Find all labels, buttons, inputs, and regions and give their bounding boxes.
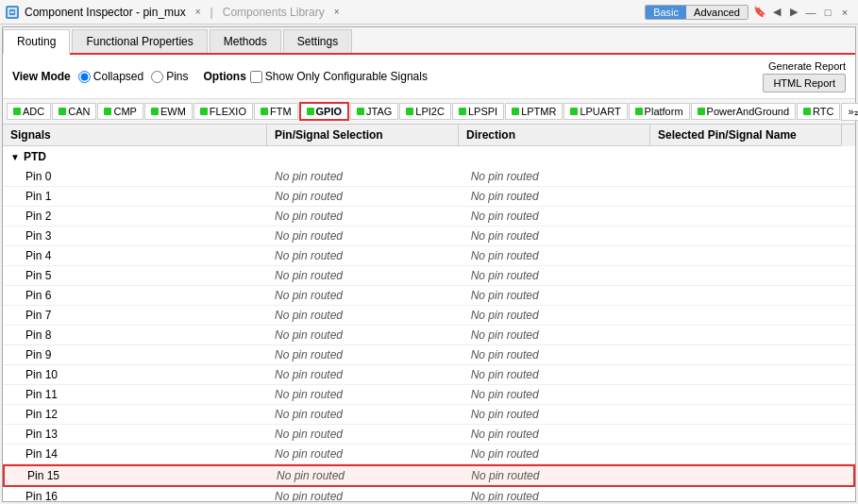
pin-direction-cell: No pin routed (463, 286, 660, 305)
tab-functional-properties[interactable]: Functional Properties (72, 29, 207, 53)
header-scrollbar-spacer (842, 125, 855, 146)
table-row[interactable]: Pin 13 No pin routed No pin routed (3, 425, 855, 445)
show-configurable-option[interactable]: Show Only Configurable Signals (250, 70, 428, 83)
table-row[interactable]: Pin 16 No pin routed No pin routed (3, 487, 855, 501)
gpio-dot (307, 108, 314, 115)
table-row[interactable]: Pin 0 No pin routed No pin routed (3, 167, 855, 187)
table-row[interactable]: Pin 12 No pin routed No pin routed (3, 405, 855, 425)
table-row[interactable]: Pin 4 No pin routed No pin routed (3, 246, 855, 266)
back-icon[interactable]: ◀ (769, 5, 784, 20)
signal-tab-rtc[interactable]: RTC (797, 103, 840, 120)
toolbar: View Mode Collapsed Pins Options Sho (3, 55, 855, 99)
forward-icon[interactable]: ▶ (786, 5, 801, 20)
pin-signal-cell: No pin routed (267, 365, 463, 384)
radio-collapsed-input[interactable] (78, 71, 91, 83)
pin-direction-cell: No pin routed (463, 345, 660, 364)
pag-dot (698, 108, 705, 115)
component-inspector-icon (6, 6, 19, 19)
table-row[interactable]: Pin 2 No pin routed No pin routed (3, 207, 855, 227)
table-row[interactable]: Pin 8 No pin routed No pin routed (3, 326, 855, 345)
pin-direction-cell: No pin routed (463, 266, 660, 285)
lptmr-dot (512, 108, 519, 115)
html-report-button[interactable]: HTML Report (763, 74, 846, 92)
tab-methods[interactable]: Methods (210, 29, 281, 53)
table-row[interactable]: Pin 1 No pin routed No pin routed (3, 187, 855, 207)
pin-name-cell: Pin 7 (3, 306, 267, 325)
table-row[interactable]: Pin 6 No pin routed No pin routed (3, 286, 855, 306)
signal-tab-lptmr-label: LPTMR (521, 106, 556, 117)
table-scroll[interactable]: ▼ PTD Pin 0 No pin routed No pin routed … (3, 146, 855, 501)
signal-tab-lpuart[interactable]: LPUART (564, 103, 627, 120)
table-row[interactable]: Pin 10 No pin routed No pin routed (3, 365, 855, 385)
signal-tab-lpi2c-label: LPI2C (415, 106, 445, 117)
radio-pins[interactable]: Pins (151, 70, 188, 83)
pin-selected-cell (659, 306, 855, 325)
table-row[interactable]: Pin 7 No pin routed No pin routed (3, 306, 855, 326)
signal-tab-jtag[interactable]: JTAG (350, 103, 398, 120)
signal-tab-more[interactable]: »₂ (841, 103, 858, 121)
maximize-icon[interactable]: □ (820, 5, 835, 20)
radio-pins-input[interactable] (151, 71, 163, 83)
pin-direction-cell: No pin routed (463, 246, 660, 265)
signal-tabs: ADC CAN CMP EWM FLEXIO FTM GPIO JTAG (3, 99, 855, 125)
pin-direction-cell: No pin routed (463, 187, 660, 206)
pin-direction-cell: No pin routed (463, 306, 660, 325)
pin-name-cell: Pin 6 (3, 286, 267, 305)
signal-tab-platform[interactable]: Platform (629, 103, 690, 120)
adc-dot (13, 108, 21, 115)
signal-tab-powerandground[interactable]: PowerAndGround (691, 103, 796, 120)
radio-collapsed[interactable]: Collapsed (78, 70, 143, 83)
group-ptd-label[interactable]: ▼ PTD (3, 146, 267, 167)
lib-close-icon[interactable]: × (334, 7, 340, 17)
signal-tab-flexio-label: FLEXIO (210, 106, 246, 117)
ewm-dot (151, 108, 159, 115)
show-configurable-checkbox[interactable] (250, 71, 262, 83)
signal-tab-cmp[interactable]: CMP (97, 103, 143, 120)
pin-name-cell: Pin 10 (3, 365, 267, 384)
col-selected: Selected Pin/Signal Name (650, 125, 842, 145)
tab-routing[interactable]: Routing (3, 29, 70, 55)
pin-selected-cell (659, 286, 855, 305)
signal-tab-can[interactable]: CAN (52, 103, 96, 120)
signal-tab-adc[interactable]: ADC (7, 103, 51, 120)
pin-direction-cell: No pin routed (463, 466, 658, 485)
basic-mode-button[interactable]: Basic (646, 6, 686, 19)
table-row[interactable]: Pin 5 No pin routed No pin routed (3, 266, 855, 286)
pin-name-cell: Pin 16 (3, 487, 267, 501)
signal-tab-lpspi[interactable]: LPSPI (452, 103, 504, 120)
advanced-mode-button[interactable]: Advanced (686, 6, 748, 19)
signal-tab-flexio[interactable]: FLEXIO (193, 103, 253, 120)
signal-tab-ftm[interactable]: FTM (254, 103, 298, 120)
title-close-icon[interactable]: × (195, 7, 201, 17)
signal-tab-lpi2c[interactable]: LPI2C (399, 103, 451, 120)
table-container: Signals Pin/Signal Selection Direction S… (3, 125, 855, 501)
options-group: Options Show Only Configurable Signals (204, 70, 428, 83)
pin-selected-cell (659, 345, 855, 364)
signal-tab-gpio[interactable]: GPIO (299, 102, 350, 121)
signal-tab-lptmr[interactable]: LPTMR (505, 103, 563, 120)
table-row[interactable]: Pin 11 No pin routed No pin routed (3, 385, 855, 405)
tab-settings[interactable]: Settings (283, 29, 352, 53)
pin-name-cell: Pin 15 (5, 466, 269, 485)
window-title: Component Inspector - pin_mux (25, 6, 186, 19)
table-row[interactable]: Pin 15 No pin routed No pin routed (3, 464, 855, 487)
table-row[interactable]: Pin 14 No pin routed No pin routed (3, 445, 855, 464)
pin-selected-cell (659, 365, 855, 384)
signal-tab-gpio-label: GPIO (316, 106, 343, 117)
window-close-icon[interactable]: × (837, 5, 852, 20)
pin-selected-cell (659, 425, 855, 444)
pin-name-cell: Pin 8 (3, 326, 267, 344)
table-row[interactable]: Pin 9 No pin routed No pin routed (3, 345, 855, 365)
pin-selected-cell (659, 445, 855, 463)
table-row[interactable]: Pin 3 No pin routed No pin routed (3, 227, 855, 246)
ftm-dot (261, 108, 268, 115)
pin-signal-cell: No pin routed (267, 266, 463, 285)
generate-report-section: Generate Report HTML Report (763, 60, 846, 92)
signal-tab-ewm[interactable]: EWM (144, 103, 193, 120)
pin-name-cell: Pin 14 (3, 445, 267, 463)
signal-tab-can-label: CAN (68, 106, 90, 117)
signal-tab-rtc-label: RTC (813, 106, 833, 117)
pin-signal-cell: No pin routed (267, 227, 463, 245)
minimize-icon[interactable]: — (803, 5, 818, 20)
bookmark-icon[interactable]: 🔖 (752, 5, 767, 20)
